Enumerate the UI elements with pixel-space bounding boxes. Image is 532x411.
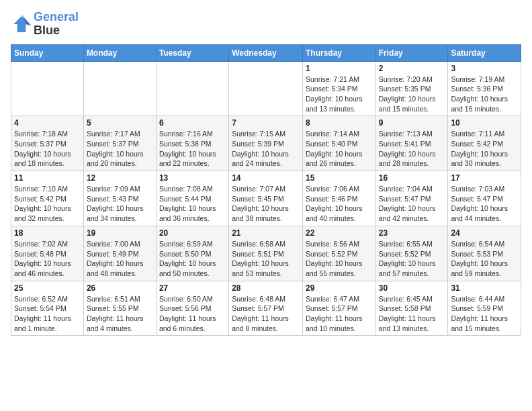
calendar-cell: 9Sunrise: 7:13 AM Sunset: 5:41 PM Daylig… (375, 116, 448, 171)
logo: General Blue (11, 11, 79, 38)
calendar-cell: 1Sunrise: 7:21 AM Sunset: 5:34 PM Daylig… (302, 61, 375, 116)
day-info: Sunrise: 7:21 AM Sunset: 5:34 PM Dayligh… (306, 75, 373, 114)
calendar-cell: 16Sunrise: 7:04 AM Sunset: 5:47 PM Dayli… (375, 171, 448, 226)
day-info: Sunrise: 6:52 AM Sunset: 5:54 PM Dayligh… (14, 294, 81, 334)
calendar-cell: 29Sunrise: 6:47 AM Sunset: 5:57 PM Dayli… (302, 281, 375, 336)
day-number: 10 (451, 118, 518, 128)
day-info: Sunrise: 7:14 AM Sunset: 5:40 PM Dayligh… (306, 129, 373, 169)
calendar-cell: 3Sunrise: 7:19 AM Sunset: 5:36 PM Daylig… (448, 61, 521, 116)
calendar-cell: 14Sunrise: 7:07 AM Sunset: 5:45 PM Dayli… (229, 171, 303, 226)
calendar-cell: 2Sunrise: 7:20 AM Sunset: 5:35 PM Daylig… (375, 61, 448, 116)
calendar-cell (156, 61, 228, 116)
day-info: Sunrise: 7:20 AM Sunset: 5:35 PM Dayligh… (379, 75, 445, 114)
day-number: 27 (159, 283, 226, 293)
day-number: 11 (14, 173, 81, 183)
day-number: 1 (306, 64, 373, 73)
day-number: 17 (451, 173, 518, 183)
calendar-cell (83, 61, 156, 116)
day-number: 13 (159, 173, 226, 183)
calendar-week-row: 18Sunrise: 7:02 AM Sunset: 5:48 PM Dayli… (11, 226, 521, 281)
day-number: 20 (159, 228, 226, 238)
calendar-cell: 12Sunrise: 7:09 AM Sunset: 5:43 PM Dayli… (83, 171, 156, 226)
day-info: Sunrise: 6:55 AM Sunset: 5:52 PM Dayligh… (379, 239, 445, 279)
day-info: Sunrise: 6:56 AM Sunset: 5:52 PM Dayligh… (306, 239, 373, 279)
calendar-cell: 18Sunrise: 7:02 AM Sunset: 5:48 PM Dayli… (11, 226, 84, 281)
calendar-cell (229, 61, 303, 116)
day-number: 28 (232, 283, 300, 293)
calendar-cell: 28Sunrise: 6:48 AM Sunset: 5:57 PM Dayli… (229, 281, 303, 336)
day-number: 18 (14, 228, 81, 238)
day-info: Sunrise: 6:47 AM Sunset: 5:57 PM Dayligh… (306, 294, 373, 334)
day-number: 15 (306, 173, 373, 183)
day-info: Sunrise: 7:19 AM Sunset: 5:36 PM Dayligh… (451, 75, 518, 114)
calendar-cell: 7Sunrise: 7:15 AM Sunset: 5:39 PM Daylig… (229, 116, 303, 171)
weekday-header: Tuesday (156, 44, 228, 61)
calendar-cell: 31Sunrise: 6:44 AM Sunset: 5:59 PM Dayli… (448, 281, 521, 336)
calendar-cell: 4Sunrise: 7:18 AM Sunset: 5:37 PM Daylig… (11, 116, 84, 171)
day-number: 29 (306, 283, 373, 293)
calendar-cell: 15Sunrise: 7:06 AM Sunset: 5:46 PM Dayli… (302, 171, 375, 226)
calendar-cell: 27Sunrise: 6:50 AM Sunset: 5:56 PM Dayli… (156, 281, 228, 336)
day-info: Sunrise: 7:03 AM Sunset: 5:47 PM Dayligh… (451, 184, 518, 224)
calendar-cell: 5Sunrise: 7:17 AM Sunset: 5:37 PM Daylig… (83, 116, 156, 171)
day-info: Sunrise: 7:11 AM Sunset: 5:42 PM Dayligh… (451, 129, 518, 169)
calendar-cell: 6Sunrise: 7:16 AM Sunset: 5:38 PM Daylig… (156, 116, 228, 171)
weekday-header: Saturday (448, 44, 521, 61)
calendar-cell: 23Sunrise: 6:55 AM Sunset: 5:52 PM Dayli… (375, 226, 448, 281)
calendar-cell: 10Sunrise: 7:11 AM Sunset: 5:42 PM Dayli… (448, 116, 521, 171)
day-number: 23 (379, 228, 445, 238)
weekday-header: Monday (83, 44, 156, 61)
day-number: 3 (451, 64, 518, 73)
calendar-cell: 21Sunrise: 6:58 AM Sunset: 5:51 PM Dayli… (229, 226, 303, 281)
calendar-week-row: 25Sunrise: 6:52 AM Sunset: 5:54 PM Dayli… (11, 281, 521, 336)
day-info: Sunrise: 7:15 AM Sunset: 5:39 PM Dayligh… (232, 129, 300, 169)
calendar-cell: 8Sunrise: 7:14 AM Sunset: 5:40 PM Daylig… (302, 116, 375, 171)
day-info: Sunrise: 7:08 AM Sunset: 5:44 PM Dayligh… (159, 184, 226, 224)
day-number: 21 (232, 228, 300, 238)
day-info: Sunrise: 7:17 AM Sunset: 5:37 PM Dayligh… (87, 129, 153, 169)
weekday-header: Wednesday (229, 44, 303, 61)
day-number: 5 (87, 118, 153, 128)
calendar-cell: 26Sunrise: 6:51 AM Sunset: 5:55 PM Dayli… (83, 281, 156, 336)
day-info: Sunrise: 7:02 AM Sunset: 5:48 PM Dayligh… (14, 239, 81, 279)
day-info: Sunrise: 7:06 AM Sunset: 5:46 PM Dayligh… (306, 184, 373, 224)
calendar-cell (11, 61, 84, 116)
day-info: Sunrise: 6:44 AM Sunset: 5:59 PM Dayligh… (451, 294, 518, 334)
day-info: Sunrise: 6:48 AM Sunset: 5:57 PM Dayligh… (232, 294, 300, 334)
weekday-header: Thursday (302, 44, 375, 61)
day-info: Sunrise: 7:16 AM Sunset: 5:38 PM Dayligh… (159, 129, 226, 169)
calendar-cell: 22Sunrise: 6:56 AM Sunset: 5:52 PM Dayli… (302, 226, 375, 281)
day-info: Sunrise: 7:09 AM Sunset: 5:43 PM Dayligh… (87, 184, 153, 224)
calendar-header: SundayMondayTuesdayWednesdayThursdayFrid… (11, 44, 521, 61)
day-info: Sunrise: 6:58 AM Sunset: 5:51 PM Dayligh… (232, 239, 300, 279)
calendar-cell: 19Sunrise: 7:00 AM Sunset: 5:49 PM Dayli… (83, 226, 156, 281)
day-number: 4 (14, 118, 81, 128)
calendar-cell: 11Sunrise: 7:10 AM Sunset: 5:42 PM Dayli… (11, 171, 84, 226)
day-number: 25 (14, 283, 81, 293)
logo-icon (11, 13, 32, 35)
day-info: Sunrise: 6:51 AM Sunset: 5:55 PM Dayligh… (87, 294, 153, 334)
day-number: 24 (451, 228, 518, 238)
day-number: 26 (87, 283, 153, 293)
calendar-week-row: 11Sunrise: 7:10 AM Sunset: 5:42 PM Dayli… (11, 171, 521, 226)
day-info: Sunrise: 7:13 AM Sunset: 5:41 PM Dayligh… (379, 129, 445, 169)
day-number: 31 (451, 283, 518, 293)
logo-text: General Blue (34, 11, 79, 38)
calendar-week-row: 1Sunrise: 7:21 AM Sunset: 5:34 PM Daylig… (11, 61, 521, 116)
day-number: 9 (379, 118, 445, 128)
calendar-cell: 17Sunrise: 7:03 AM Sunset: 5:47 PM Dayli… (448, 171, 521, 226)
day-number: 6 (159, 118, 226, 128)
day-info: Sunrise: 6:59 AM Sunset: 5:50 PM Dayligh… (159, 239, 226, 279)
day-number: 30 (379, 283, 445, 293)
day-number: 12 (87, 173, 153, 183)
day-info: Sunrise: 7:00 AM Sunset: 5:49 PM Dayligh… (87, 239, 153, 279)
day-info: Sunrise: 6:50 AM Sunset: 5:56 PM Dayligh… (159, 294, 226, 334)
day-info: Sunrise: 6:54 AM Sunset: 5:53 PM Dayligh… (451, 239, 518, 279)
weekday-header: Sunday (11, 44, 84, 61)
calendar-cell: 13Sunrise: 7:08 AM Sunset: 5:44 PM Dayli… (156, 171, 228, 226)
day-info: Sunrise: 6:45 AM Sunset: 5:58 PM Dayligh… (379, 294, 445, 334)
calendar-cell: 25Sunrise: 6:52 AM Sunset: 5:54 PM Dayli… (11, 281, 84, 336)
calendar-cell: 24Sunrise: 6:54 AM Sunset: 5:53 PM Dayli… (448, 226, 521, 281)
day-number: 2 (379, 64, 445, 73)
calendar-cell: 20Sunrise: 6:59 AM Sunset: 5:50 PM Dayli… (156, 226, 228, 281)
